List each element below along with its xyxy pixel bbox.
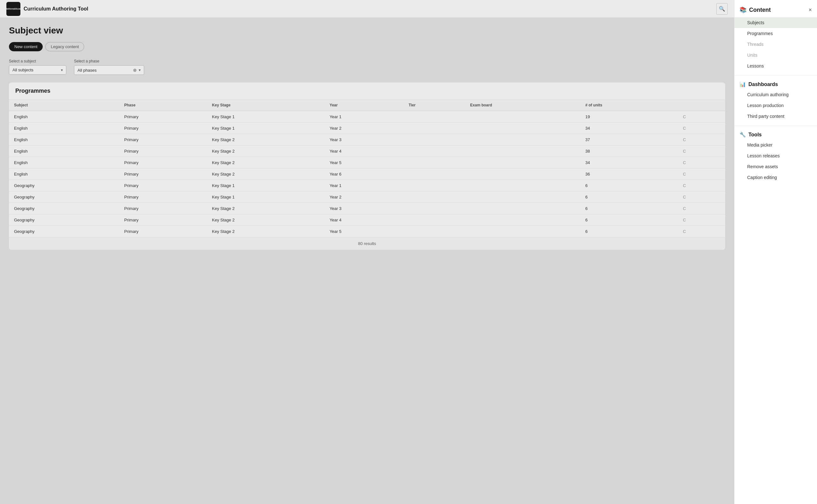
cell-examboard	[465, 180, 580, 191]
tools-section-title: 🔧 Tools	[734, 128, 817, 140]
cell-examboard	[465, 169, 580, 180]
col-units: # of units	[580, 100, 678, 111]
table-row[interactable]: Geography Primary Key Stage 1 Year 2 6 C	[9, 191, 725, 203]
cell-subject: English	[9, 146, 119, 157]
app-title: Curriculum Authoring Tool	[24, 6, 88, 12]
tab-new-content[interactable]: New content	[9, 42, 43, 51]
cell-examboard	[465, 226, 580, 237]
nav-item-lessons[interactable]: Lessons	[734, 61, 817, 71]
cell-tier	[403, 191, 465, 203]
tab-bar: New content Legacy content	[9, 42, 725, 51]
nav-item-subjects[interactable]: Subjects	[734, 17, 817, 28]
cell-examboard	[465, 134, 580, 146]
side-panel: 📚 Content × Subjects Programmes Threads …	[734, 0, 817, 504]
table-row[interactable]: English Primary Key Stage 2 Year 5 34 C	[9, 157, 725, 169]
phase-clear-button[interactable]: ⊗	[133, 68, 137, 73]
subject-filter-select[interactable]: All subjects ▾	[9, 65, 66, 75]
cell-subject: English	[9, 134, 119, 146]
table-row[interactable]: Geography Primary Key Stage 2 Year 4 6 C	[9, 214, 725, 226]
subject-filter-label: Select a subject	[9, 59, 66, 63]
cell-year: Year 4	[325, 146, 404, 157]
phase-filter-select[interactable]: All phases ⊗ ▾	[74, 65, 144, 75]
col-examboard: Exam board	[465, 100, 580, 111]
nav-section-dashboards: 📊 Dashboards Curriculum authoring Lesson…	[734, 78, 817, 122]
col-phase: Phase	[119, 100, 207, 111]
cell-tier	[403, 226, 465, 237]
cell-tier	[403, 134, 465, 146]
subject-filter-value: All subjects	[12, 68, 33, 72]
panel-title: 📚 Content	[740, 6, 771, 13]
cell-keystage: Key Stage 2	[207, 203, 325, 214]
phase-filter-label: Select a phase	[74, 59, 144, 63]
cell-extra: C	[678, 169, 725, 180]
cell-keystage: Key Stage 2	[207, 169, 325, 180]
cell-extra: C	[678, 146, 725, 157]
nav-item-media-picker[interactable]: Media picker	[734, 140, 817, 150]
programmes-table: Subject Phase Key Stage Year Tier Exam b…	[9, 100, 725, 237]
cell-units: 19	[580, 111, 678, 123]
cell-subject: Geography	[9, 226, 119, 237]
cell-examboard	[465, 203, 580, 214]
cell-subject: Geography	[9, 203, 119, 214]
programmes-card-header: Programmes	[9, 83, 725, 100]
nav-item-third-party-content[interactable]: Third party content	[734, 111, 817, 122]
logo-area: Oak National Academy Curriculum Authorin…	[6, 2, 88, 16]
cell-tier	[403, 111, 465, 123]
cell-subject: English	[9, 157, 119, 169]
cell-keystage: Key Stage 1	[207, 191, 325, 203]
cell-year: Year 6	[325, 169, 404, 180]
logo: Oak National Academy	[6, 2, 20, 16]
cell-keystage: Key Stage 2	[207, 146, 325, 157]
table-row[interactable]: English Primary Key Stage 1 Year 2 34 C	[9, 123, 725, 134]
phase-filter-value: All phases	[77, 68, 97, 73]
content-icon: 📚	[740, 6, 747, 13]
table-row[interactable]: Geography Primary Key Stage 1 Year 1 6 C	[9, 180, 725, 191]
page-title: Subject view	[9, 25, 725, 36]
panel-close-button[interactable]: ×	[808, 7, 812, 13]
cell-examboard	[465, 146, 580, 157]
tab-legacy-content[interactable]: Legacy content	[45, 42, 84, 51]
cell-subject: Geography	[9, 191, 119, 203]
cell-year: Year 5	[325, 226, 404, 237]
col-subject: Subject	[9, 100, 119, 111]
cell-phase: Primary	[119, 157, 207, 169]
nav-item-programmes[interactable]: Programmes	[734, 28, 817, 39]
cell-phase: Primary	[119, 123, 207, 134]
cell-phase: Primary	[119, 146, 207, 157]
nav-item-lesson-production[interactable]: Lesson production	[734, 100, 817, 111]
cell-year: Year 2	[325, 191, 404, 203]
cell-tier	[403, 214, 465, 226]
cell-units: 37	[580, 134, 678, 146]
cell-keystage: Key Stage 2	[207, 157, 325, 169]
nav-item-threads: Threads	[734, 39, 817, 50]
cell-year: Year 1	[325, 111, 404, 123]
phase-chevron-icon: ▾	[139, 68, 141, 72]
subject-filter-group: Select a subject All subjects ▾	[9, 59, 66, 75]
cell-extra: C	[678, 180, 725, 191]
nav-item-curriculum-authoring[interactable]: Curriculum authoring	[734, 89, 817, 100]
dashboards-section-title: 📊 Dashboards	[734, 78, 817, 89]
nav-item-caption-editing[interactable]: Caption editing	[734, 172, 817, 183]
nav-item-remove-assets[interactable]: Remove assets	[734, 161, 817, 172]
col-year: Year	[325, 100, 404, 111]
cell-year: Year 3	[325, 134, 404, 146]
table-row[interactable]: English Primary Key Stage 1 Year 1 19 C	[9, 111, 725, 123]
table-row[interactable]: Geography Primary Key Stage 2 Year 3 6 C	[9, 203, 725, 214]
cell-extra: C	[678, 203, 725, 214]
table-row[interactable]: English Primary Key Stage 2 Year 4 38 C	[9, 146, 725, 157]
search-button[interactable]: 🔍	[716, 3, 728, 15]
table-row[interactable]: English Primary Key Stage 2 Year 3 37 C	[9, 134, 725, 146]
nav-item-lesson-releases[interactable]: Lesson releases	[734, 150, 817, 161]
cell-examboard	[465, 191, 580, 203]
cell-keystage: Key Stage 1	[207, 123, 325, 134]
cell-units: 34	[580, 123, 678, 134]
col-tier: Tier	[403, 100, 465, 111]
table-row[interactable]: English Primary Key Stage 2 Year 6 36 C	[9, 169, 725, 180]
cell-subject: Geography	[9, 180, 119, 191]
table-row[interactable]: Geography Primary Key Stage 2 Year 5 6 C	[9, 226, 725, 237]
cell-extra: C	[678, 157, 725, 169]
cell-extra: C	[678, 191, 725, 203]
cell-keystage: Key Stage 2	[207, 226, 325, 237]
cell-year: Year 5	[325, 157, 404, 169]
divider-2	[734, 126, 817, 126]
